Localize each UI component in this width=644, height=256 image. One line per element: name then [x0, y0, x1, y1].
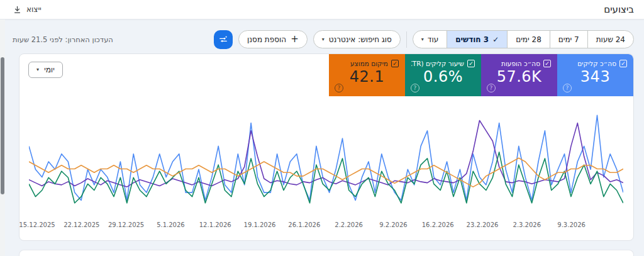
add-filter-label: הוספת מסנן: [247, 35, 286, 44]
tab-more[interactable]: עוד▾: [413, 31, 447, 48]
metric-cards: ✓ סה״כ קליקים 343 ? ✓ סה״כ הופעות 57.6K …: [329, 54, 633, 96]
plus-icon: +: [291, 35, 299, 44]
page-title: ביצועים: [604, 4, 634, 15]
checkbox-checked-icon[interactable]: ✓: [543, 60, 551, 67]
tab-label: 3 חודשים: [455, 35, 489, 44]
title-bar: ביצועים ייצוא: [0, 0, 644, 19]
metric-label: סה״כ הופעות: [501, 60, 540, 67]
metric-value: 42.1: [329, 68, 405, 86]
metric-card-position[interactable]: ✓ מיקום ממוצע 42.1 ?: [329, 54, 405, 96]
toolbar-divider: [406, 31, 407, 48]
check-icon: ✓: [492, 35, 499, 44]
date-range-tabs: 24 שעות 7 ימים 28 ימים ✓3 חודשים עוד▾: [413, 30, 634, 48]
metric-header: ✓ סה״כ קליקים: [557, 54, 633, 67]
tab-28-days[interactable]: 28 ימים: [507, 31, 550, 48]
x-axis-tick-label: 16.2.2026: [422, 221, 454, 228]
export-label: ייצוא: [26, 5, 42, 14]
x-axis-tick-label: 29.12.2025: [108, 221, 144, 228]
x-axis-tick-label: 2.2.2026: [335, 221, 363, 228]
help-icon[interactable]: ?: [411, 84, 419, 92]
performance-chart-card: ✓ סה״כ קליקים 343 ? ✓ סה״כ הופעות 57.6K …: [19, 53, 634, 241]
x-axis-tick-label: 22.12.2025: [64, 221, 99, 228]
tab-3-months[interactable]: ✓3 חודשים: [447, 31, 507, 48]
page-scrollbar-track[interactable]: [0, 19, 5, 256]
granularity-dropdown[interactable]: יומי ▾: [28, 62, 63, 78]
metric-value: 343: [557, 68, 633, 86]
metric-card-clicks[interactable]: ✓ סה״כ קליקים 343 ?: [557, 54, 633, 96]
page-scrollbar-thumb[interactable]: [1, 57, 4, 194]
metric-label: מיקום ממוצע: [350, 60, 388, 67]
chevron-down-icon: ▾: [36, 67, 39, 72]
metric-label: סה״כ קליקים: [577, 60, 616, 67]
last-update-text: העדכון האחרון: לפני 21.5 שעות: [13, 35, 113, 44]
metric-card-ctr[interactable]: ✓ שיעור קליקים (CTR).. 0.6% ?: [405, 54, 481, 96]
metric-label: שיעור קליקים (CTR)..: [411, 60, 464, 67]
help-icon[interactable]: ?: [563, 84, 572, 92]
smart-filter-button[interactable]: [214, 30, 233, 49]
chart-series-ctr: [29, 152, 623, 203]
tab-label: עוד: [428, 35, 438, 44]
chevron-down-icon: ▾: [421, 37, 424, 42]
help-icon[interactable]: ?: [487, 84, 496, 92]
add-filter-button[interactable]: + הוספת מסנן: [238, 30, 308, 48]
chart-plot-area[interactable]: [29, 104, 623, 219]
tab-label: 24 שעות: [596, 35, 625, 44]
next-section-card: [19, 250, 634, 256]
performance-line-chart: [29, 104, 623, 219]
tab-label: 28 ימים: [516, 35, 541, 44]
metric-header: ✓ שיעור קליקים (CTR)..: [405, 54, 481, 67]
tab-24-hours[interactable]: 24 שעות: [587, 31, 633, 48]
x-axis-tick-label: 19.1.2026: [244, 221, 276, 228]
download-icon: [13, 5, 22, 14]
metric-header: ✓ סה״כ הופעות: [481, 54, 557, 67]
filter-tune-icon: [218, 35, 228, 45]
x-axis-labels: 15.12.202522.12.202529.12.20255.1.202612…: [29, 221, 623, 230]
granularity-label: יומי: [44, 66, 55, 74]
chart-series-impressions: [29, 121, 623, 187]
x-axis-tick-label: 9.2.2026: [379, 221, 408, 228]
checkbox-checked-icon[interactable]: ✓: [467, 60, 475, 67]
metric-header: ✓ מיקום ממוצע: [329, 54, 405, 67]
export-button[interactable]: ייצוא: [13, 5, 42, 14]
checkbox-checked-icon[interactable]: ✓: [391, 60, 399, 67]
x-axis-tick-label: 15.12.2025: [19, 221, 55, 228]
x-axis-tick-label: 26.1.2026: [288, 221, 320, 228]
x-axis-tick-label: 2.3.2026: [513, 221, 541, 228]
tab-7-days[interactable]: 7 ימים: [550, 31, 587, 48]
metric-value: 0.6%: [405, 68, 481, 86]
x-axis-tick-label: 23.2.2026: [467, 221, 499, 228]
metric-value: 57.6K: [481, 68, 557, 86]
x-axis-tick-label: 5.1.2026: [157, 221, 185, 228]
search-type-dropdown[interactable]: סוג חיפוש: אינטרנט ▾: [313, 30, 401, 48]
checkbox-checked-icon[interactable]: ✓: [619, 60, 627, 67]
chevron-down-icon: ▾: [322, 37, 325, 42]
help-icon[interactable]: ?: [335, 84, 343, 92]
metric-card-impressions[interactable]: ✓ סה״כ הופעות 57.6K ?: [481, 54, 557, 96]
x-axis-tick-label: 12.1.2026: [199, 221, 231, 228]
search-console-performance-page: { "page": { "title": "ביצועים", "export_…: [0, 0, 644, 256]
toolbar: 24 שעות 7 ימים 28 ימים ✓3 חודשים עוד▾ סו…: [0, 19, 644, 50]
x-axis-tick-label: 9.3.2026: [557, 221, 586, 228]
search-type-label: סוג חיפוש: אינטרנט: [329, 35, 392, 44]
tab-label: 7 ימים: [558, 35, 579, 44]
